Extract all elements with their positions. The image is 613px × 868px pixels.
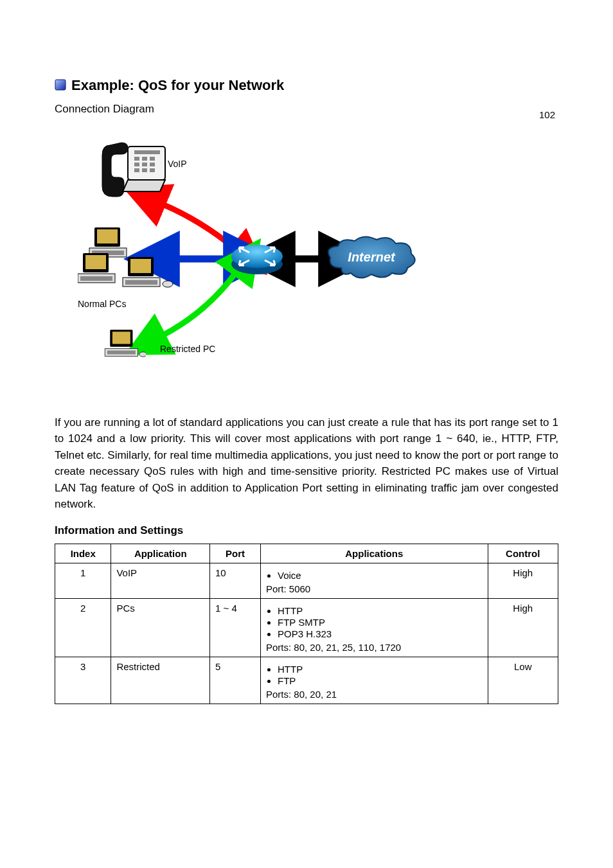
intro-label: Connection Diagram [55,102,558,117]
svg-rect-26 [112,332,130,344]
svg-rect-5 [150,157,155,161]
table-row: 3 Restricted 5 HTTP FTP Ports: 80, 20, 2… [55,657,558,704]
qos-settings-table: Index Application Port Applications Cont… [55,544,558,704]
app-item: POP3 H.323 [278,628,483,639]
app-item: HTTP [278,605,483,616]
table-header-row: Index Application Port Applications Cont… [55,544,558,563]
router-icon [230,241,285,276]
internet-cloud-label: Internet [348,250,396,264]
svg-rect-10 [142,168,147,172]
svg-rect-13 [97,229,118,244]
svg-rect-9 [134,168,139,172]
svg-rect-4 [142,157,147,161]
svg-rect-17 [85,255,106,269]
app-item: FTP SMTP [278,617,483,628]
info-settings-title: Information and Settings [55,524,558,537]
ip-phone-icon [98,141,169,202]
port-range: Ports: 80, 20, 21 [266,689,483,700]
port-range: Port: 5060 [266,583,483,594]
svg-rect-3 [134,157,139,161]
col-application: Application [111,544,210,563]
svg-rect-7 [142,163,147,166]
app-item: FTP [278,675,483,686]
restricted-pc-label: Restricted PC [160,344,215,354]
description-text: If you are running a lot of standard app… [55,414,558,513]
svg-rect-19 [80,276,112,281]
ip-phone-label: VoIP [168,159,187,169]
col-port: Port [209,544,260,563]
pc-cluster-icon [78,227,174,301]
svg-rect-6 [134,163,139,166]
document-page: 102 Example: QoS for your Network Connec… [0,77,613,868]
col-control: Control [488,544,558,563]
svg-rect-23 [125,280,157,285]
table-row: 2 PCs 1 ~ 4 HTTP FTP SMTP POP3 H.323 Por… [55,598,558,657]
app-item: HTTP [278,664,483,675]
svg-point-29 [139,352,146,357]
svg-rect-28 [107,350,136,354]
col-index: Index [55,544,111,563]
table-row: 1 VoIP 10 Voice Port: 5060 High [55,563,558,598]
pc-cluster-label: Normal PCs [78,299,126,309]
network-diagram: VoIP [78,133,425,403]
col-apps: Applications [261,544,488,563]
svg-rect-11 [150,168,155,172]
svg-rect-8 [150,163,155,166]
svg-point-24 [163,281,173,287]
page-number: 102 [539,109,555,120]
app-item: Voice [278,570,483,581]
bullet-square-3d-icon [55,79,66,91]
svg-rect-2 [134,150,160,154]
svg-rect-21 [130,259,151,273]
internet-cloud-icon: Internet [325,236,418,281]
restricted-pc-icon [103,327,146,368]
section-heading: Example: QoS for your Network [71,77,284,94]
port-range: Ports: 80, 20, 21, 25, 110, 1720 [266,642,483,653]
section-title-row: Example: QoS for your Network [55,77,558,94]
svg-rect-0 [55,80,66,90]
